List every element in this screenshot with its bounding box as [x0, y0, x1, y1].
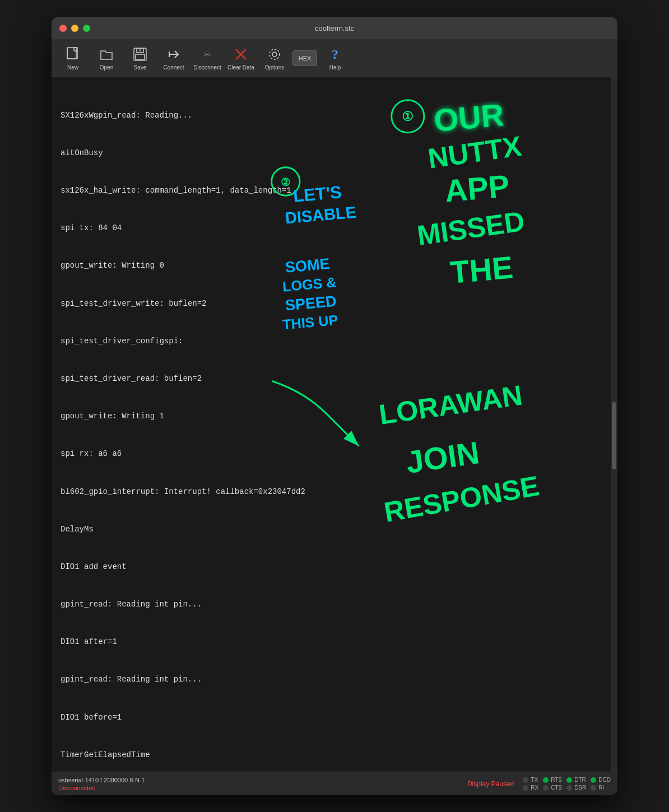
svg-point-11 — [272, 52, 277, 57]
rts-label: RTS — [551, 777, 562, 783]
dcd-dot — [591, 777, 596, 783]
terminal-line: DIO1 add event — [61, 561, 602, 573]
save-label: Save — [134, 64, 147, 71]
terminal-line: spi_test_driver_write: buflen=2 — [61, 297, 602, 310]
scrollbar-track[interactable] — [611, 77, 617, 772]
save-button[interactable]: Save — [124, 43, 156, 74]
main-content: SX126xWgpin_read: Reading... aitOnBusy s… — [52, 77, 617, 772]
open-button[interactable]: Open — [91, 43, 122, 74]
tx-dot — [523, 777, 528, 783]
rts-dot — [543, 777, 549, 783]
options-icon — [266, 45, 284, 63]
cts-indicator: CTS — [543, 785, 562, 791]
dcd-indicator: DCD — [591, 777, 611, 783]
main-window: coolterm.stc New Open — [52, 17, 617, 795]
port-info: usbserial-1410 / 2000000 8-N-1 — [58, 777, 145, 783]
rx-label: RX — [531, 785, 538, 791]
dsr-indicator: DSR — [566, 785, 586, 791]
dtr-indicator: DTR — [566, 777, 586, 783]
terminal-line: SX126xWgpin_read: Reading... — [61, 109, 602, 122]
terminal-line: gpint_read: Reading int pin... — [61, 598, 602, 610]
connection-status: Disconnected — [58, 785, 145, 791]
terminal-line: gpint_read: Reading int pin... — [61, 673, 602, 685]
disconnect-button[interactable]: ✂ Disconnect — [192, 43, 223, 74]
dcd-ri-group: DCD RI — [591, 777, 611, 791]
rts-cts-group: RTS CTS — [543, 777, 562, 791]
tx-label: TX — [531, 777, 538, 783]
help-label: Help — [329, 64, 341, 71]
disconnect-icon: ✂ — [198, 45, 216, 63]
new-icon — [64, 45, 82, 63]
ri-dot — [591, 785, 596, 791]
tx-indicator: TX — [523, 777, 538, 783]
scrollbar-thumb[interactable] — [612, 402, 616, 469]
maximize-button[interactable] — [83, 25, 90, 32]
terminal-line: TimerGetElapsedTime — [61, 749, 602, 761]
terminal-line: spi tx: 84 04 — [61, 222, 602, 234]
terminal-output[interactable]: SX126xWgpin_read: Reading... aitOnBusy s… — [52, 77, 611, 772]
dsr-dot — [566, 785, 572, 791]
terminal-line: gpout_write: Writing 1 — [61, 410, 602, 422]
svg-point-12 — [270, 49, 280, 59]
clear-label: Clear Data — [227, 64, 254, 71]
dsr-label: DSR — [574, 785, 586, 791]
title-bar: coolterm.stc — [52, 17, 617, 39]
terminal-line: bl602_gpio_interrupt: Interrupt! callbac… — [61, 486, 602, 498]
connect-icon — [165, 45, 183, 63]
options-label: Options — [265, 64, 284, 71]
clear-data-button[interactable]: Clear Data — [225, 43, 257, 74]
terminal-line: spi_test_driver_read: buflen=2 — [61, 372, 602, 385]
dtr-label: DTR — [574, 777, 586, 783]
rts-indicator: RTS — [543, 777, 562, 783]
ri-label: RI — [598, 785, 604, 791]
display-paused: Display Paused — [467, 780, 514, 788]
terminal-line: DIO1 after=1 — [61, 636, 602, 648]
toolbar: New Open Save — [52, 39, 617, 77]
tx-rx-indicators: TX RX RTS CTS — [523, 777, 611, 791]
terminal-line: spi_test_driver_configspi: — [61, 335, 602, 347]
svg-rect-5 — [136, 54, 145, 59]
help-button[interactable]: ? Help — [319, 43, 351, 74]
dcd-label: DCD — [598, 777, 611, 783]
status-bar: usbserial-1410 / 2000000 8-N-1 Disconnec… — [52, 772, 617, 795]
tx-rx-group: TX RX — [523, 777, 538, 791]
svg-rect-0 — [67, 48, 76, 59]
terminal-line: gpout_write: Writing 0 — [61, 259, 602, 272]
clear-icon — [232, 45, 250, 63]
save-icon — [131, 45, 149, 63]
traffic-lights — [59, 25, 90, 32]
rx-dot — [523, 785, 528, 791]
dtr-dsr-group: DTR DSR — [566, 777, 586, 791]
terminal-line: DIO1 before=1 — [61, 711, 602, 724]
cts-dot — [543, 785, 549, 791]
ri-indicator: RI — [591, 785, 611, 791]
options-button[interactable]: Options — [259, 43, 290, 74]
open-icon — [97, 45, 115, 63]
status-left: usbserial-1410 / 2000000 8-N-1 Disconnec… — [58, 777, 145, 791]
minimize-button[interactable] — [71, 25, 78, 32]
hex-label: HEX — [299, 55, 312, 62]
open-label: Open — [100, 64, 113, 71]
terminal-line: spi rx: a6 a6 — [61, 447, 602, 460]
disconnect-label: Disconnect — [193, 64, 221, 71]
help-icon: ? — [326, 45, 344, 63]
connect-button[interactable]: Connect — [158, 43, 189, 74]
view-hex-button[interactable]: HEX — [292, 50, 317, 66]
terminal-line: aitOnBusy — [61, 147, 602, 159]
dtr-dot — [566, 777, 572, 783]
rx-indicator: RX — [523, 785, 538, 791]
window-title: coolterm.stc — [315, 24, 354, 32]
cts-label: CTS — [551, 785, 562, 791]
new-label: New — [67, 64, 78, 71]
terminal-line: DelayMs — [61, 523, 602, 535]
close-button[interactable] — [59, 25, 67, 32]
new-button[interactable]: New — [57, 43, 89, 74]
terminal-line: sx126x_hal_write: command_length=1, data… — [61, 184, 602, 197]
connect-label: Connect — [163, 64, 184, 71]
